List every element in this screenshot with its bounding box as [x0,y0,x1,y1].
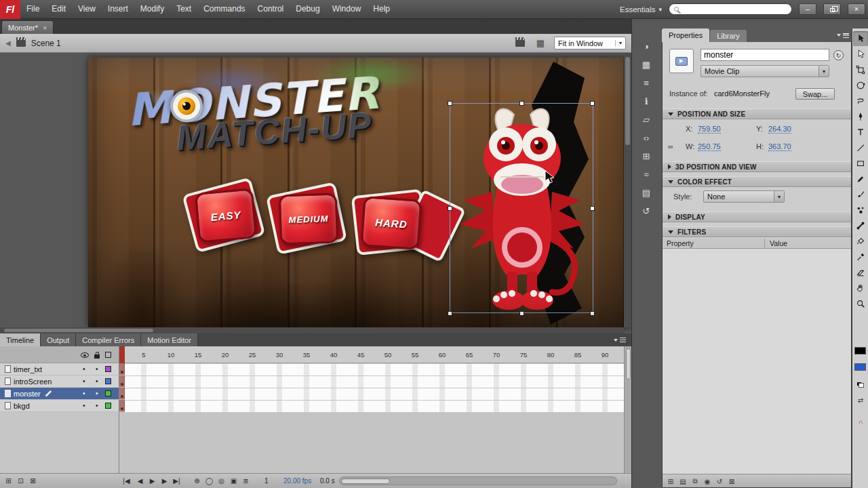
dock-align-panel-icon[interactable]: ≡ [635,75,657,91]
enable-filter-button[interactable]: ◉ [702,476,713,486]
section-color-effect[interactable]: COLOR EFFECT [663,176,851,187]
panel-menu-icon[interactable] [614,336,627,344]
tool-rectangle[interactable] [853,156,868,171]
tool-eyedropper[interactable] [853,249,868,264]
tool-pen[interactable] [853,109,868,124]
layer-row-introscreen[interactable]: introScreen • • [0,375,119,388]
stage-canvas[interactable]: MONSTER MATCH-UP EASY MEDIUM HARD [88,58,631,327]
filter-presets-button[interactable]: ▤ [677,476,688,486]
link-width-height-icon[interactable]: ∞ [668,142,673,150]
tool-selection[interactable] [853,31,868,46]
menu-text[interactable]: Text [170,0,197,18]
medium-button[interactable]: MEDIUM [279,193,339,245]
h-value[interactable]: 363.70 [768,142,791,151]
tab-library[interactable]: Library [710,30,747,42]
frame-ruler[interactable]: 5 10 15 20 25 30 35 40 45 50 55 60 65 70… [119,346,624,363]
delete-filter-button[interactable]: ⊠ [726,476,737,486]
w-value[interactable]: 250.75 [698,142,721,151]
dock-swatches-panel-icon[interactable]: ▦ [635,56,657,73]
lock-dot[interactable]: • [96,402,98,409]
stage-vertical-scrollbar[interactable] [624,53,631,327]
dock-transform-panel-icon[interactable]: ▱ [635,111,657,127]
stage-horizontal-scrollbar[interactable] [0,327,624,333]
document-tab-monster[interactable]: Monster* × [1,20,54,34]
tab-compiler-errors[interactable]: Compiler Errors [76,333,141,346]
edit-symbols-button[interactable]: ▦ [534,37,547,50]
frame-grid[interactable] [119,363,624,412]
tool-subselection[interactable] [853,47,868,62]
restore-button[interactable] [823,3,841,15]
lock-dot[interactable]: • [96,378,98,385]
selection-bounding-box[interactable] [450,103,593,313]
menu-help[interactable]: Help [367,0,396,18]
outline-color-swatch[interactable] [105,366,111,372]
dock-motion-presets-panel-icon[interactable]: ≈ [635,166,657,182]
zoom-selector[interactable]: Fit in Window ▾ [554,37,626,49]
lock-dot[interactable]: • [96,365,98,373]
tab-motion-editor[interactable]: Motion Editor [141,333,198,346]
outline-icon[interactable] [105,352,111,358]
menu-edit[interactable]: Edit [45,0,72,18]
add-filter-button[interactable]: ⊞ [665,476,676,486]
onion-skin-button[interactable]: ◯ [203,476,215,486]
menu-control[interactable]: Control [252,0,290,18]
close-button[interactable]: × [848,3,865,15]
search-input[interactable] [682,5,787,14]
stroke-color-chip[interactable] [854,347,866,354]
x-value[interactable]: 759.50 [698,125,721,134]
tool-eraser[interactable] [853,265,868,280]
dock-color-panel-icon[interactable]: ◑ [635,38,657,54]
menu-insert[interactable]: Insert [102,0,134,18]
edit-multiple-frames-button[interactable]: ▣ [228,476,239,486]
tool-brush[interactable] [853,187,868,202]
tool-deco[interactable] [853,203,868,218]
tool-lasso[interactable] [853,94,868,108]
menu-debug[interactable]: Debug [290,0,326,18]
new-folder-button[interactable]: ⊡ [15,476,26,486]
step-back-button[interactable]: ◀ [134,476,146,486]
menu-file[interactable]: File [20,0,45,18]
center-frame-button[interactable]: ⊕ [191,476,203,486]
panel-menu-icon[interactable] [837,31,850,39]
hard-button[interactable]: HARD [361,196,422,250]
pasteboard[interactable]: MONSTER MATCH-UP EASY MEDIUM HARD [0,53,631,333]
tool-paint-bucket[interactable] [853,234,868,249]
tool-text[interactable] [853,125,868,140]
playhead-marker[interactable] [119,346,125,363]
new-layer-button[interactable]: ⊞ [3,476,14,486]
step-forward-button[interactable]: ▶ [159,476,170,486]
tool-zoom[interactable] [853,296,868,311]
transform-handle[interactable] [519,101,524,106]
swap-colors-icon[interactable]: ⇄ [854,394,867,405]
layer-row-monster-selected[interactable]: monster • • [0,388,119,400]
section-filters[interactable]: FILTERS [663,226,851,237]
swap-button[interactable]: Swap... [795,88,835,100]
go-to-first-frame-button[interactable]: |◀ [121,476,132,486]
outline-color-swatch[interactable] [105,378,111,384]
instance-edit-icon[interactable]: ↻ [833,50,844,60]
tab-timeline[interactable]: Timeline [0,333,41,346]
workspace-switcher[interactable]: Essentials ▾ [620,5,662,14]
timeline-horizontal-scrollbar[interactable] [339,476,617,485]
tab-close-icon[interactable]: × [43,24,47,32]
tool-hand[interactable] [853,281,868,296]
transform-handle[interactable] [448,101,452,106]
show-hide-dot[interactable]: • [83,378,85,385]
symbol-behavior-dropdown[interactable]: Movie Clip ▾ [701,65,829,77]
go-to-last-frame-button[interactable]: ▶| [171,476,182,486]
minimize-button[interactable]: – [799,3,816,15]
lock-dot[interactable]: • [96,390,98,397]
transform-handle[interactable] [519,311,524,316]
scene-breadcrumb[interactable]: Scene 1 [31,39,61,48]
fill-color-chip[interactable] [854,363,866,371]
tool-3d-rotation[interactable] [853,78,868,93]
edit-scene-button[interactable] [513,37,527,50]
layer-row-timer-txt[interactable]: timer_txt • • [0,363,119,375]
show-hide-dot[interactable]: • [83,365,85,373]
default-colors-icon[interactable] [854,380,867,390]
back-icon[interactable]: ◀ [5,39,11,47]
reset-filter-button[interactable]: ↺ [714,476,725,486]
dock-code-snippets-panel-icon[interactable]: ‹› [635,129,657,146]
flash-app-icon[interactable]: Fl [0,0,20,19]
y-value[interactable]: 264.30 [768,125,791,134]
